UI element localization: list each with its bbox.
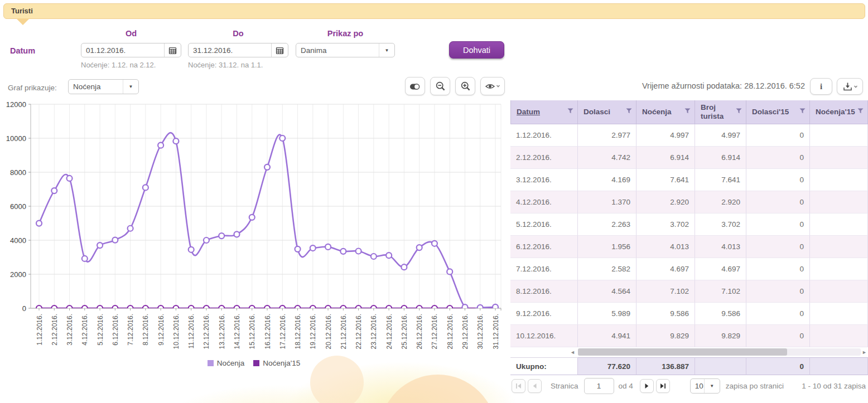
table-row[interactable]: 9.12.2016.5.9899.5869.5860 — [510, 303, 868, 325]
svg-text:13.12.2016.: 13.12.2016. — [218, 314, 226, 349]
table-row[interactable]: 7.12.2016.2.5824.6974.6970 — [510, 258, 868, 280]
table-row[interactable]: 4.12.2016.1.3702.9202.9200 — [510, 191, 868, 213]
table-cell: 6.914 — [636, 147, 695, 169]
chart-legend: NoćenjaNoćenja'15 — [0, 359, 508, 367]
svg-text:17.12.2016.: 17.12.2016. — [279, 314, 287, 349]
table-cell: 7.12.2016. — [510, 258, 578, 280]
data-point — [51, 188, 57, 193]
table-cell: 1.370 — [578, 191, 636, 213]
chart-grid: 020004000600080001000012000 — [6, 100, 501, 313]
table-cell: 9.586 — [695, 303, 746, 325]
dohvati-button[interactable]: Dohvati — [449, 41, 504, 59]
data-point — [310, 245, 316, 251]
scrollbar-track[interactable] — [578, 348, 861, 356]
line-chart[interactable]: 0200040006000800010000120001.12.2016.2.1… — [0, 100, 508, 360]
total-label: Ukupno: — [510, 357, 578, 375]
svg-text:25.12.2016.: 25.12.2016. — [401, 314, 408, 349]
svg-text:12.12.2016.: 12.12.2016. — [202, 314, 210, 349]
pager-last-button[interactable] — [656, 379, 670, 393]
chevron-down-icon: ▼ — [123, 80, 138, 94]
svg-text:24.12.2016.: 24.12.2016. — [385, 314, 393, 349]
legend-label: Noćenja'15 — [263, 359, 300, 367]
table-row[interactable]: 6.12.2016.1.9564.0134.0130 — [510, 236, 868, 258]
toggle-series-button[interactable] — [405, 77, 425, 95]
table-cell: 3.12.2016. — [510, 169, 578, 191]
table-cell — [810, 325, 868, 347]
toggle-visibility-button[interactable] — [480, 77, 505, 95]
table-cell: 5.989 — [578, 303, 636, 325]
table-cell: 4.941 — [578, 325, 636, 347]
filter-icon[interactable] — [799, 108, 806, 114]
column-header-label: Dolasci'15 — [752, 108, 789, 116]
data-point — [371, 254, 377, 259]
svg-text:6.12.2016.: 6.12.2016. — [112, 314, 119, 346]
table-row[interactable]: 8.12.2016.4.5647.1027.1020 — [510, 280, 868, 303]
table-cell — [810, 236, 868, 258]
info-button[interactable]: i — [810, 78, 832, 95]
calendar-button[interactable] — [271, 43, 288, 57]
pager-first-button[interactable] — [512, 379, 525, 393]
results-table: DatumDolasciNoćenjaBroj turistaDolasci'1… — [510, 100, 868, 375]
zoom-out-button[interactable] — [430, 77, 450, 95]
legend-label: Noćenja — [217, 359, 245, 367]
column-header-3[interactable]: Noćenja — [636, 100, 695, 124]
date-to-input[interactable] — [189, 46, 271, 55]
page-size-label: zapisa po stranici — [726, 382, 784, 390]
pager-prev-icon — [532, 383, 538, 389]
table-cell — [810, 303, 868, 325]
table-cell: 0 — [746, 325, 810, 347]
zoom-in-icon — [460, 81, 471, 91]
table-cell — [810, 169, 868, 191]
date-from-input[interactable] — [81, 46, 164, 55]
legend-item[interactable]: Noćenja'15 — [253, 359, 300, 367]
records-range-label: 1 - 10 od 31 zapisa — [802, 382, 867, 390]
data-point — [356, 249, 361, 254]
page-of-label: od 4 — [619, 382, 633, 390]
svg-text:28.12.2016.: 28.12.2016. — [446, 314, 454, 349]
table-cell: 4.697 — [636, 258, 695, 280]
page-number-input[interactable] — [584, 378, 614, 394]
column-header-5[interactable]: Dolasci'15 — [746, 100, 810, 124]
table-cell: 4.697 — [695, 258, 746, 280]
column-header-6[interactable]: Noćenja'15 — [810, 100, 868, 124]
table-row[interactable]: 10.12.2016.4.9419.8299.8290 — [510, 325, 868, 347]
data-point — [204, 237, 209, 243]
prikaz-po-select[interactable]: Danima ▼ — [296, 43, 395, 57]
pager: Stranica od 4 10 ▼ zapisa po stranici 1 … — [512, 378, 867, 394]
pager-prev-button[interactable] — [528, 379, 542, 393]
filter-icon[interactable] — [857, 108, 864, 114]
filter-icon[interactable] — [626, 108, 632, 114]
calendar-button[interactable] — [164, 43, 181, 57]
table-row[interactable]: 1.12.2016.2.9774.9974.9970 — [510, 124, 868, 147]
column-header-4[interactable]: Broj turista — [695, 100, 746, 124]
svg-text:26.12.2016.: 26.12.2016. — [416, 314, 423, 349]
scroll-left-icon[interactable]: ◄ — [570, 349, 575, 356]
graf-prikazuje-select[interactable]: Noćenja ▼ — [68, 79, 139, 94]
zoom-in-button[interactable] — [455, 77, 475, 95]
table-cell: 4.169 — [578, 169, 636, 191]
column-header-1[interactable]: Datum — [510, 100, 578, 124]
svg-text:4.12.2016.: 4.12.2016. — [81, 314, 89, 346]
table-row[interactable]: 5.12.2016.2.2633.7023.7020 — [510, 213, 868, 236]
table-row[interactable]: 2.12.2016.4.7426.9146.9140 — [510, 147, 868, 169]
pager-next-button[interactable] — [640, 379, 654, 393]
scroll-right-icon[interactable]: ► — [862, 349, 867, 356]
decoration-glow — [284, 361, 519, 403]
table-cell: 3.702 — [636, 213, 695, 236]
table-row[interactable]: 3.12.2016.4.1697.6417.6410 — [510, 169, 868, 191]
scrollbar-thumb[interactable] — [578, 348, 787, 356]
column-header-2[interactable]: Dolasci — [578, 100, 636, 124]
legend-item[interactable]: Noćenja — [208, 359, 245, 367]
export-button[interactable] — [837, 78, 863, 95]
data-point — [447, 269, 452, 274]
filter-icon[interactable] — [736, 108, 742, 114]
table-cell — [810, 124, 868, 147]
svg-text:30.12.2016.: 30.12.2016. — [476, 314, 484, 349]
horizontal-scrollbar: ◄ ► — [510, 347, 868, 357]
filter-icon[interactable] — [567, 108, 573, 114]
table-cell: 0 — [746, 258, 810, 280]
page-size-select[interactable]: 10 ▼ — [690, 378, 720, 394]
tab-turisti[interactable]: Turisti — [3, 3, 865, 19]
column-header-label: Dolasci — [584, 108, 610, 116]
filter-icon[interactable] — [684, 108, 691, 114]
